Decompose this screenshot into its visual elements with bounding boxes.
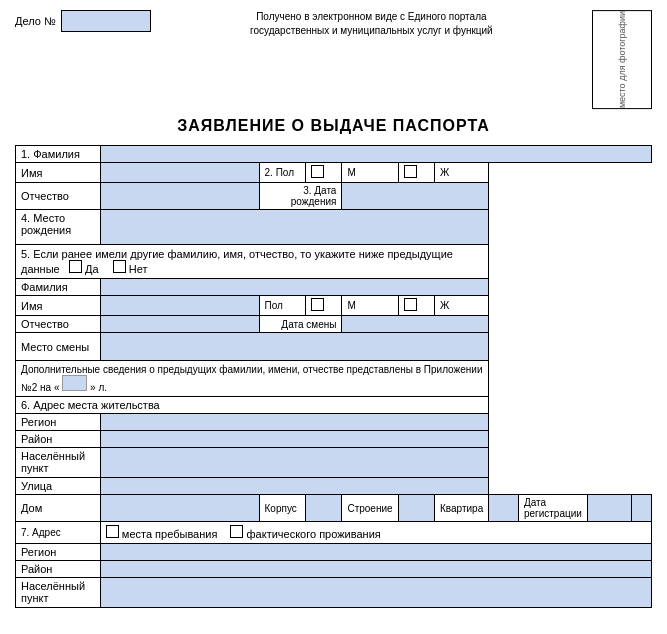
district-label: Район xyxy=(16,431,101,448)
checkbox-m[interactable] xyxy=(311,165,324,178)
row-prev-surname: Фамилия xyxy=(16,279,652,296)
additional-note-input[interactable] xyxy=(62,375,87,391)
row-section6-header: 6. Адрес места жительства xyxy=(16,397,652,414)
form-table: 1. Фамилия Имя 2. Пол М Ж Отчество 3. Да… xyxy=(15,145,652,608)
patronymic-input[interactable] xyxy=(100,183,259,210)
house-label: Дом xyxy=(16,495,101,522)
checkbox-yes[interactable] xyxy=(69,260,82,273)
prev-surname-label: Фамилия xyxy=(16,279,101,296)
prev-cb-zh[interactable] xyxy=(404,298,417,311)
street-label: Улица xyxy=(16,478,101,495)
district-input[interactable] xyxy=(100,431,488,448)
row-locality: Населённый пункт xyxy=(16,448,652,478)
prev-place-label: Место смены xyxy=(16,333,101,361)
prev-m-label: М xyxy=(342,296,398,316)
region2-input[interactable] xyxy=(100,544,651,561)
birthplace-label: 4. Место рождения xyxy=(16,210,101,245)
additional-note-text2: » л. xyxy=(90,382,107,393)
section7-label: 7. Адрес xyxy=(16,522,101,544)
patronymic-label: Отчество xyxy=(16,183,101,210)
prev-patronymic-input[interactable] xyxy=(100,316,259,333)
row-prev-place: Место смены xyxy=(16,333,652,361)
row-surname: 1. Фамилия xyxy=(16,146,652,163)
stroenie-input[interactable] xyxy=(398,495,434,522)
pol-m-checkbox[interactable] xyxy=(306,163,342,183)
row-section7-header: 7. Адрес места пребывания фактического п… xyxy=(16,522,652,544)
prev-date-input[interactable] xyxy=(342,316,489,333)
delo-label: Дело № xyxy=(15,15,56,27)
row-locality2: Населённый пункт xyxy=(16,578,652,608)
section6-label: 6. Адрес места жительства xyxy=(16,397,489,414)
checkbox-preb[interactable] xyxy=(106,525,119,538)
top-section: Дело № Получено в электронном виде с Еди… xyxy=(15,10,652,109)
kvartira-label: Квартира xyxy=(435,495,489,522)
district2-input[interactable] xyxy=(100,561,651,578)
name-label: Имя xyxy=(16,163,101,183)
prev-name-label: Имя xyxy=(16,296,101,316)
checkbox-fact[interactable] xyxy=(230,525,243,538)
pol-zh-label: Ж xyxy=(435,163,489,183)
row-birthplace: 4. Место рождения xyxy=(16,210,652,245)
checkbox-zh[interactable] xyxy=(404,165,417,178)
region-input[interactable] xyxy=(100,414,488,431)
region2-label: Регион xyxy=(16,544,101,561)
additional-note-cell: Дополнительные сведения о предыдущих фам… xyxy=(16,361,489,397)
photo-block: место для фотографии xyxy=(592,10,652,109)
birthdate-input[interactable] xyxy=(342,183,489,210)
row-district2: Район xyxy=(16,561,652,578)
row-section5-header: 5. Если ранее имели другие фамилию, имя,… xyxy=(16,245,652,279)
pol-label: 2. Пол xyxy=(259,163,305,183)
prev-patronymic-label: Отчество xyxy=(16,316,101,333)
district2-label: Район xyxy=(16,561,101,578)
prev-name-input[interactable] xyxy=(100,296,259,316)
delo-input[interactable] xyxy=(61,10,151,32)
row-district: Район xyxy=(16,431,652,448)
row-additional-note: Дополнительные сведения о предыдущих фам… xyxy=(16,361,652,397)
kvartira-input[interactable] xyxy=(489,495,519,522)
pol-m-label: М xyxy=(342,163,398,183)
locality2-input[interactable] xyxy=(100,578,651,608)
prev-zh-label: Ж xyxy=(435,296,489,316)
row-street: Улица xyxy=(16,478,652,495)
house-input[interactable] xyxy=(100,495,259,522)
name-input[interactable] xyxy=(100,163,259,183)
locality-label: Населённый пункт xyxy=(16,448,101,478)
row-region2: Регион xyxy=(16,544,652,561)
birthplace-input[interactable] xyxy=(100,210,488,245)
row-house: Дом Корпус Строение Квартира Дата регист… xyxy=(16,495,652,522)
row-region: Регион xyxy=(16,414,652,431)
fact-proj-label: фактического проживания xyxy=(247,528,381,540)
reg-date-label: Дата регистрации xyxy=(518,495,587,522)
row-prev-patronymic: Отчество Дата смены xyxy=(16,316,652,333)
korpus-input[interactable] xyxy=(306,495,342,522)
prev-date-label: Дата смены xyxy=(259,316,342,333)
prev-pol-label: Пол xyxy=(259,296,305,316)
section5-container: 5. Если ранее имели другие фамилию, имя,… xyxy=(16,245,489,279)
prev-checkbox-m[interactable] xyxy=(306,296,342,316)
section7-options: места пребывания фактического проживания xyxy=(100,522,651,544)
prev-place-input[interactable] xyxy=(100,333,488,361)
section5-no-label: Нет xyxy=(129,263,148,275)
prev-surname-input[interactable] xyxy=(100,279,488,296)
place-preb-label: места пребывания xyxy=(122,528,218,540)
locality2-label: Населённый пункт xyxy=(16,578,101,608)
pol-zh-checkbox[interactable] xyxy=(398,163,434,183)
section5-yes-label: Да xyxy=(85,263,99,275)
prev-cb-m[interactable] xyxy=(311,298,324,311)
reg-date-input[interactable] xyxy=(587,495,631,522)
checkbox-no[interactable] xyxy=(113,260,126,273)
surname-input[interactable] xyxy=(100,146,651,163)
birthdate-label: 3. Дата рождения xyxy=(259,183,342,210)
form-title: ЗАЯВЛЕНИЕ О ВЫДАЧЕ ПАСПОРТА xyxy=(15,117,652,135)
street-input[interactable] xyxy=(100,478,488,495)
delo-block: Дело № xyxy=(15,10,151,32)
reg-date-extra[interactable] xyxy=(631,495,651,522)
locality-input[interactable] xyxy=(100,448,488,478)
stroenie-label: Строение xyxy=(342,495,398,522)
prev-checkbox-zh[interactable] xyxy=(398,296,434,316)
portal-text: Получено в электронном виде с Единого по… xyxy=(151,10,592,38)
korpus-label: Корпус xyxy=(259,495,305,522)
row-prev-name: Имя Пол М Ж xyxy=(16,296,652,316)
photo-label: место для фотографии xyxy=(617,11,627,108)
row-patronymic: Отчество 3. Дата рождения xyxy=(16,183,652,210)
